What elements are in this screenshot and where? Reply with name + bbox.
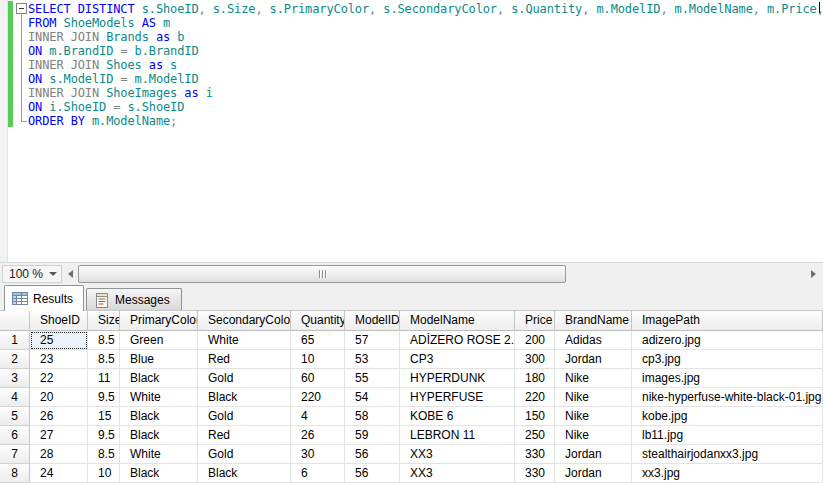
- grid-cell[interactable]: Jordan: [555, 350, 632, 369]
- column-header-shoeid[interactable]: ShoeID: [30, 311, 88, 331]
- grid-cell[interactable]: 6: [291, 464, 345, 483]
- grid-cell[interactable]: cp3.jpg: [632, 350, 823, 369]
- zoom-level-select[interactable]: 100 %: [2, 265, 62, 283]
- grid-cell[interactable]: KOBE 6: [400, 407, 515, 426]
- column-header-quantity[interactable]: Quantity: [291, 311, 345, 331]
- grid-cell[interactable]: Blue: [120, 350, 198, 369]
- grid-cell[interactable]: Gold: [198, 369, 291, 388]
- grid-cell[interactable]: 180: [515, 369, 555, 388]
- grid-cell[interactable]: xx3.jpg: [632, 464, 823, 483]
- grid-cell[interactable]: 330: [515, 464, 555, 483]
- grid-cell[interactable]: 56: [345, 464, 400, 483]
- grid-cell[interactable]: 57: [345, 331, 400, 350]
- grid-cell[interactable]: 15: [88, 407, 120, 426]
- grid-cell[interactable]: 53: [345, 350, 400, 369]
- column-header-modelname[interactable]: ModelName: [400, 311, 515, 331]
- grid-cell[interactable]: 54: [345, 388, 400, 407]
- grid-cell[interactable]: Gold: [198, 445, 291, 464]
- grid-cell[interactable]: Red: [198, 350, 291, 369]
- column-header-imagepath[interactable]: ImagePath: [632, 311, 823, 331]
- scroll-right-button[interactable]: [807, 266, 820, 282]
- grid-cell[interactable]: 59: [345, 426, 400, 445]
- grid-cell[interactable]: XX3: [400, 445, 515, 464]
- grid-cell[interactable]: 8.5: [88, 331, 120, 350]
- grid-cell[interactable]: Nike: [555, 369, 632, 388]
- grid-cell[interactable]: 24: [30, 464, 88, 483]
- row-header[interactable]: 2: [0, 350, 30, 369]
- grid-cell[interactable]: lb11.jpg: [632, 426, 823, 445]
- grid-cell[interactable]: 27: [30, 426, 88, 445]
- grid-cell[interactable]: Black: [120, 464, 198, 483]
- grid-cell[interactable]: 220: [291, 388, 345, 407]
- grid-cell[interactable]: 4: [291, 407, 345, 426]
- grid-cell[interactable]: Nike: [555, 426, 632, 445]
- grid-cell[interactable]: HYPERFUSE: [400, 388, 515, 407]
- grid-cell[interactable]: 58: [345, 407, 400, 426]
- grid-cell[interactable]: 220: [515, 388, 555, 407]
- grid-cell[interactable]: 26: [30, 407, 88, 426]
- grid-cell[interactable]: 60: [291, 369, 345, 388]
- grid-cell[interactable]: Black: [120, 407, 198, 426]
- grid-cell[interactable]: LEBRON 11: [400, 426, 515, 445]
- horizontal-scrollbar-track[interactable]: [78, 265, 806, 283]
- grid-cell[interactable]: 65: [291, 331, 345, 350]
- grid-cell[interactable]: stealthairjodanxx3.jpg: [632, 445, 823, 464]
- grid-cell[interactable]: nike-hyperfuse-white-black-01.jpg: [632, 388, 823, 407]
- column-header-price[interactable]: Price: [515, 311, 555, 331]
- row-header[interactable]: 1: [0, 331, 30, 350]
- grid-cell[interactable]: 23: [30, 350, 88, 369]
- grid-cell[interactable]: Black: [120, 426, 198, 445]
- grid-cell[interactable]: 10: [291, 350, 345, 369]
- row-header[interactable]: 4: [0, 388, 30, 407]
- grid-cell[interactable]: kobe.jpg: [632, 407, 823, 426]
- row-header[interactable]: 3: [0, 369, 30, 388]
- row-header[interactable]: 6: [0, 426, 30, 445]
- grid-cell[interactable]: Nike: [555, 388, 632, 407]
- grid-corner-header[interactable]: [0, 311, 30, 331]
- column-header-modelid[interactable]: ModelID: [345, 311, 400, 331]
- horizontal-scrollbar-thumb[interactable]: [78, 265, 566, 283]
- grid-cell[interactable]: 56: [345, 445, 400, 464]
- grid-cell[interactable]: Green: [120, 331, 198, 350]
- grid-cell[interactable]: 10: [88, 464, 120, 483]
- grid-cell[interactable]: 150: [515, 407, 555, 426]
- grid-cell[interactable]: 9.5: [88, 426, 120, 445]
- grid-cell[interactable]: images.jpg: [632, 369, 823, 388]
- grid-cell[interactable]: XX3: [400, 464, 515, 483]
- grid-cell[interactable]: 8.5: [88, 445, 120, 464]
- grid-cell[interactable]: White: [120, 388, 198, 407]
- tab-messages[interactable]: Messages: [86, 288, 182, 311]
- grid-cell[interactable]: CP3: [400, 350, 515, 369]
- column-header-brandname[interactable]: BrandName: [555, 311, 632, 331]
- collapse-region-button[interactable]: [16, 3, 27, 14]
- row-header[interactable]: 7: [0, 445, 30, 464]
- grid-cell[interactable]: Black: [198, 464, 291, 483]
- scroll-left-button[interactable]: [64, 266, 77, 282]
- grid-cell[interactable]: Nike: [555, 407, 632, 426]
- grid-cell[interactable]: 200: [515, 331, 555, 350]
- grid-cell[interactable]: Jordan: [555, 464, 632, 483]
- row-header[interactable]: 8: [0, 464, 30, 483]
- grid-cell[interactable]: 330: [515, 445, 555, 464]
- grid-cell[interactable]: White: [198, 331, 291, 350]
- grid-cell[interactable]: 9.5: [88, 388, 120, 407]
- grid-cell[interactable]: 8.5: [88, 350, 120, 369]
- grid-cell[interactable]: Red: [198, 426, 291, 445]
- grid-cell[interactable]: 55: [345, 369, 400, 388]
- grid-cell[interactable]: 20: [30, 388, 88, 407]
- selected-cell[interactable]: 25: [30, 331, 88, 350]
- grid-cell[interactable]: Gold: [198, 407, 291, 426]
- grid-cell[interactable]: 250: [515, 426, 555, 445]
- column-header-size[interactable]: Size: [88, 311, 120, 331]
- grid-cell[interactable]: Black: [120, 369, 198, 388]
- grid-cell[interactable]: 300: [515, 350, 555, 369]
- row-header[interactable]: 5: [0, 407, 30, 426]
- grid-cell[interactable]: Jordan: [555, 445, 632, 464]
- grid-cell[interactable]: 11: [88, 369, 120, 388]
- tab-results[interactable]: Results: [4, 285, 84, 311]
- sql-editor[interactable]: SELECT DISTINCT s.ShoeID, s.Size, s.Prim…: [0, 0, 823, 262]
- grid-cell[interactable]: 28: [30, 445, 88, 464]
- grid-cell[interactable]: ADİZERO ROSE 2.5: [400, 331, 515, 350]
- grid-cell[interactable]: 26: [291, 426, 345, 445]
- grid-cell[interactable]: 30: [291, 445, 345, 464]
